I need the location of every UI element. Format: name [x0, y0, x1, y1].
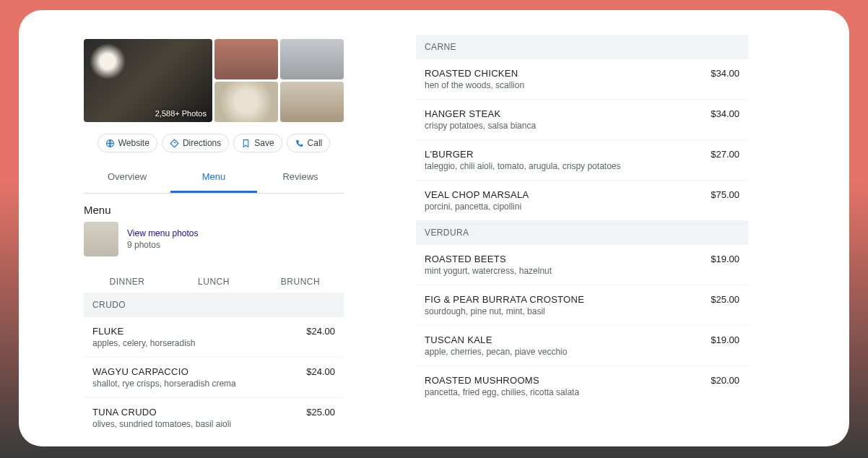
content-card: 2,588+ Photos Website Directions Save: [19, 10, 849, 446]
photo-thumb[interactable]: [280, 39, 344, 79]
menu-item-desc: crispy potatoes, salsa bianca: [425, 121, 703, 131]
menu-photos-row: View menu photos 9 photos: [84, 222, 344, 256]
photo-main[interactable]: 2,588+ Photos: [84, 39, 212, 122]
menu-item[interactable]: ROASTED CHICKENhen of the woods, scallio…: [416, 59, 748, 100]
meal-tab-dinner[interactable]: DINNER: [84, 271, 170, 293]
section-header-carne: CARNE: [416, 35, 748, 59]
menu-item-name: L'BURGER: [425, 149, 703, 160]
menu-item-text: WAGYU CARPACCIOshallot, rye crisps, hors…: [92, 366, 306, 389]
menu-item-price: $75.00: [711, 189, 739, 200]
menu-item-text: L'BURGERtaleggio, chili aioli, tomato, a…: [425, 149, 711, 171]
menu-item-text: ROASTED BEETSmint yogurt, watercress, ha…: [425, 254, 711, 276]
menu-item-text: TUNA CRUDOolives, sundried tomatoes, bas…: [92, 407, 306, 429]
menu-item[interactable]: ROASTED MUSHROOMSpancetta, fried egg, ch…: [416, 366, 748, 406]
menu-item-price: $34.00: [711, 68, 739, 79]
menu-item[interactable]: ROASTED BEETSmint yogurt, watercress, ha…: [416, 245, 748, 285]
view-menu-photos-link[interactable]: View menu photos: [127, 228, 199, 238]
menu-item-desc: sourdough, pine nut, mint, basil: [425, 306, 703, 316]
tab-menu[interactable]: Menu: [170, 163, 257, 193]
menu-item-name: VEAL CHOP MARSALA: [425, 189, 703, 200]
photo-thumb[interactable]: [214, 82, 278, 122]
menu-item-name: ROASTED MUSHROOMS: [425, 375, 703, 386]
left-column: 2,588+ Photos Website Directions Save: [84, 39, 344, 432]
menu-item-price: $19.00: [711, 334, 739, 345]
call-button[interactable]: Call: [287, 134, 331, 152]
menu-item[interactable]: VEAL CHOP MARSALAporcini, pancetta, cipo…: [416, 181, 748, 220]
menu-item[interactable]: HANGER STEAKcrispy potatoes, salsa bianc…: [416, 100, 748, 140]
photo-collage[interactable]: 2,588+ Photos: [84, 39, 344, 122]
section-header-verdura: VERDURA: [416, 220, 748, 245]
menu-item-text: FLUKEapples, celery, horseradish: [92, 326, 306, 348]
menu-item-price: $34.00: [711, 108, 739, 119]
tab-reviews[interactable]: Reviews: [257, 163, 344, 193]
menu-item-price: $20.00: [711, 375, 739, 386]
menu-photo-count: 9 photos: [127, 240, 199, 250]
meal-tab-lunch[interactable]: LUNCH: [170, 271, 257, 293]
menu-item-name: ROASTED BEETS: [425, 254, 703, 264]
menu-items-carne: ROASTED CHICKENhen of the woods, scallio…: [416, 59, 748, 220]
menu-item-price: $25.00: [306, 407, 335, 418]
bookmark-icon: [241, 139, 251, 148]
menu-item-price: $24.00: [306, 326, 335, 337]
menu-item-name: FIG & PEAR BURRATA CROSTONE: [425, 294, 703, 305]
menu-item-desc: apples, celery, horseradish: [92, 338, 299, 348]
tab-overview[interactable]: Overview: [84, 163, 170, 193]
menu-item-desc: apple, cherries, pecan, piave vecchio: [425, 347, 703, 357]
menu-item[interactable]: L'BURGERtaleggio, chili aioli, tomato, a…: [416, 140, 748, 181]
menu-item-price: $25.00: [711, 294, 739, 305]
right-column: CARNE ROASTED CHICKENhen of the woods, s…: [416, 39, 748, 432]
menu-thumbnail[interactable]: [84, 222, 118, 256]
menu-item-desc: porcini, pancetta, cipollini: [425, 202, 703, 212]
menu-item-price: $19.00: [711, 254, 739, 264]
menu-item-desc: olives, sundried tomatoes, basil aioli: [92, 419, 299, 429]
menu-item-desc: hen of the woods, scallion: [425, 80, 703, 90]
chip-label: Call: [308, 138, 323, 148]
menu-item[interactable]: FIG & PEAR BURRATA CROSTONEsourdough, pi…: [416, 285, 748, 326]
menu-item-desc: mint yogurt, watercress, hazelnut: [425, 266, 703, 276]
menu-items-crudo: FLUKEapples, celery, horseradish$24.00WA…: [84, 317, 344, 438]
meal-tab-brunch[interactable]: BRUNCH: [257, 271, 344, 293]
menu-section-title: Menu: [84, 204, 344, 216]
menu-item-text: ROASTED CHICKENhen of the woods, scallio…: [425, 68, 711, 90]
menu-item-text: VEAL CHOP MARSALAporcini, pancetta, cipo…: [425, 189, 711, 212]
menu-items-verdura: ROASTED BEETSmint yogurt, watercress, ha…: [416, 245, 748, 406]
menu-item[interactable]: TUSCAN KALEapple, cherries, pecan, piave…: [416, 326, 748, 366]
website-button[interactable]: Website: [97, 134, 157, 152]
phone-icon: [295, 139, 304, 148]
meal-tabs: DINNER LUNCH BRUNCH: [84, 271, 344, 293]
menu-item-price: $24.00: [306, 366, 335, 377]
save-button[interactable]: Save: [233, 134, 282, 152]
menu-item-name: TUSCAN KALE: [425, 334, 703, 345]
directions-button[interactable]: Directions: [162, 134, 229, 152]
chip-label: Directions: [183, 138, 221, 148]
menu-item-name: ROASTED CHICKEN: [425, 68, 703, 79]
menu-item-text: ROASTED MUSHROOMSpancetta, fried egg, ch…: [425, 375, 711, 397]
section-header-crudo: CRUDO: [84, 293, 344, 317]
menu-item-name: TUNA CRUDO: [92, 407, 299, 418]
menu-item-desc: shallot, rye crisps, horseradish crema: [92, 379, 299, 389]
menu-item-name: HANGER STEAK: [425, 108, 703, 119]
chip-label: Save: [254, 138, 274, 148]
menu-item[interactable]: WAGYU CARPACCIOshallot, rye crisps, hors…: [84, 358, 344, 398]
main-tabs: Overview Menu Reviews: [84, 163, 344, 194]
action-chips: Website Directions Save Call: [84, 134, 344, 152]
menu-item-desc: taleggio, chili aioli, tomato, arugula, …: [425, 161, 703, 171]
photo-thumb[interactable]: [280, 82, 344, 122]
menu-item[interactable]: FLUKEapples, celery, horseradish$24.00: [84, 317, 344, 358]
menu-item-price: $27.00: [711, 149, 739, 160]
menu-item-text: HANGER STEAKcrispy potatoes, salsa bianc…: [425, 108, 711, 131]
menu-item-name: WAGYU CARPACCIO: [92, 366, 299, 377]
menu-item-text: FIG & PEAR BURRATA CROSTONEsourdough, pi…: [425, 294, 711, 316]
photo-count-label: 2,588+ Photos: [155, 109, 207, 118]
chip-label: Website: [118, 138, 149, 148]
menu-item-text: TUSCAN KALEapple, cherries, pecan, piave…: [425, 334, 711, 357]
menu-item-desc: pancetta, fried egg, chilies, ricotta sa…: [425, 387, 703, 397]
menu-item-name: FLUKE: [92, 326, 299, 337]
menu-item[interactable]: TUNA CRUDOolives, sundried tomatoes, bas…: [84, 398, 344, 438]
globe-icon: [105, 139, 115, 148]
directions-icon: [170, 139, 179, 148]
photo-thumb[interactable]: [214, 39, 278, 79]
